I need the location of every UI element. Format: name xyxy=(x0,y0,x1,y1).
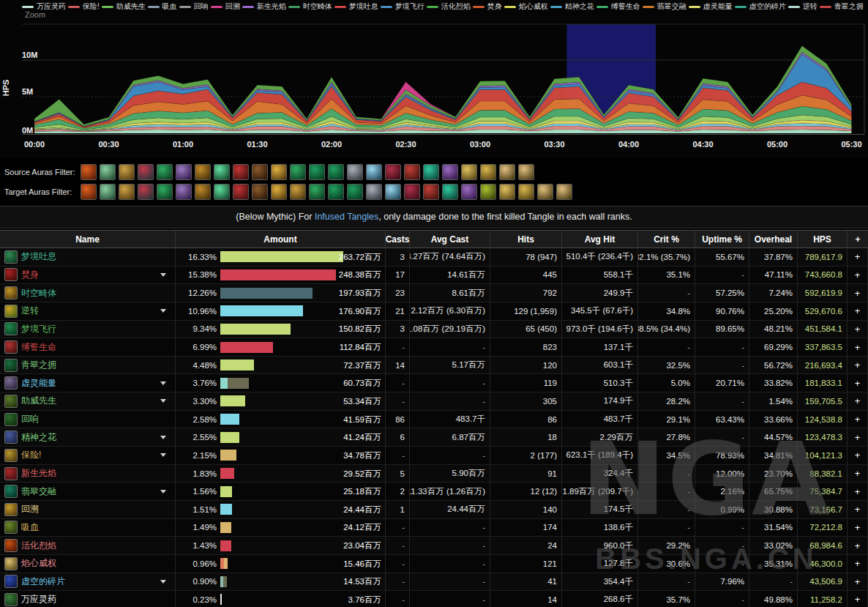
legend-item[interactable]: 焰心威权 xyxy=(504,1,548,12)
red-feather-icon[interactable] xyxy=(233,184,249,200)
teal-beam-icon[interactable] xyxy=(442,184,458,200)
expand-plus-button[interactable]: + xyxy=(855,576,861,587)
ability-name-link[interactable]: 梦境飞行 xyxy=(21,323,56,335)
expand-caret-icon[interactable] xyxy=(160,273,166,277)
expand-plus-button[interactable]: + xyxy=(855,540,861,551)
fire-icon[interactable] xyxy=(81,164,97,180)
scroll-icon[interactable] xyxy=(119,164,135,180)
legend-item[interactable]: 青翠之拥 xyxy=(820,1,864,12)
expand-plus-button[interactable]: + xyxy=(855,395,861,406)
legend-item[interactable]: 回响 xyxy=(179,1,209,12)
gold-ring-icon[interactable] xyxy=(480,164,496,180)
ability-name-link[interactable]: 虚灵能量 xyxy=(21,377,56,390)
expand-plus-button[interactable]: + xyxy=(855,558,861,569)
expand-plus-button[interactable]: + xyxy=(855,378,861,389)
expand-caret-icon[interactable] xyxy=(160,580,166,584)
expand-caret-icon[interactable] xyxy=(160,399,166,403)
legend-item[interactable]: 精神之花 xyxy=(550,1,594,12)
fire-icon[interactable] xyxy=(81,184,97,200)
silver-blades-icon[interactable] xyxy=(347,164,363,180)
ability-name-link[interactable]: 时空畸体 xyxy=(21,287,56,299)
green-claw-icon[interactable] xyxy=(290,164,306,180)
red-dragon-icon[interactable] xyxy=(423,184,439,200)
ability-name-link[interactable]: 助威先生 xyxy=(21,395,56,407)
expand-plus-button[interactable]: + xyxy=(855,342,861,353)
ability-name-link[interactable]: 逆转 xyxy=(21,305,39,317)
teal-beam-icon[interactable] xyxy=(423,164,439,180)
gold-claws-icon[interactable] xyxy=(290,184,306,200)
ability-name-link[interactable]: 焚身 xyxy=(21,269,39,281)
expand-plus-button[interactable]: + xyxy=(855,288,861,299)
ability-name-link[interactable]: 新生光焰 xyxy=(21,467,56,480)
green-claw-icon[interactable] xyxy=(157,184,173,200)
blue-spark-icon[interactable] xyxy=(366,164,382,180)
ability-name-link[interactable]: 梦境吐息 xyxy=(21,250,56,263)
ability-name-link[interactable]: 回溯 xyxy=(21,503,39,515)
expand-plus-button[interactable]: + xyxy=(855,432,861,443)
ability-name-link[interactable]: 保险! xyxy=(21,449,41,461)
legend-item[interactable]: 逆转 xyxy=(788,1,818,12)
legend-item[interactable]: 吸血 xyxy=(148,1,177,12)
dark-figure-icon[interactable] xyxy=(252,184,268,200)
ability-name-link[interactable]: 回响 xyxy=(21,413,39,425)
expand-plus-button[interactable]: + xyxy=(855,594,861,605)
legend-item[interactable]: 焚身 xyxy=(473,1,502,12)
green-blade-icon[interactable] xyxy=(309,164,325,180)
purple-cage-icon[interactable] xyxy=(461,184,477,200)
gold-ring-icon[interactable] xyxy=(499,184,515,200)
expand-plus-button[interactable]: + xyxy=(855,486,861,497)
legend-item[interactable]: 缚誓生命 xyxy=(596,1,640,12)
red-fangs-icon[interactable] xyxy=(385,164,401,180)
legend-item[interactable]: 梦境飞行 xyxy=(381,1,424,12)
green-blade-icon[interactable] xyxy=(347,184,363,200)
red-dragon-icon[interactable] xyxy=(404,164,420,180)
legend-item[interactable]: 翡翠交融 xyxy=(643,1,686,12)
gold-orb-icon[interactable] xyxy=(271,184,287,200)
purple-cage-icon[interactable] xyxy=(176,164,192,180)
expand-plus-button[interactable]: + xyxy=(855,504,861,515)
green-star-icon[interactable] xyxy=(214,164,230,180)
column-header-overheal[interactable]: Overheal xyxy=(749,231,798,247)
purple-cage-icon[interactable] xyxy=(176,184,192,200)
leaf-icon[interactable] xyxy=(100,164,116,180)
expand-plus-button[interactable]: + xyxy=(855,324,861,335)
gold-trio-icon[interactable] xyxy=(556,184,572,200)
ability-name-link[interactable]: 青翠之拥 xyxy=(21,359,56,371)
column-header-casts[interactable]: Casts xyxy=(386,231,410,247)
legend-item[interactable]: 助威先生 xyxy=(102,1,146,12)
expand-plus-button[interactable]: + xyxy=(855,522,861,533)
column-header-hps[interactable]: HPS xyxy=(798,231,848,247)
ability-name-link[interactable]: 缚誓生命 xyxy=(21,341,56,354)
leaf-icon[interactable] xyxy=(100,184,116,200)
hps-stacked-area-chart[interactable]: 00:0000:3001:0001:3002:0002:3003:0003:30… xyxy=(0,0,868,158)
gold-orb-icon[interactable] xyxy=(271,164,287,180)
column-header-amount[interactable]: Amount xyxy=(176,231,386,247)
rose-icon[interactable] xyxy=(138,164,154,180)
expand-caret-icon[interactable] xyxy=(160,490,166,494)
expand-caret-icon[interactable] xyxy=(160,436,166,439)
expand-caret-icon[interactable] xyxy=(160,381,166,385)
legend-item[interactable]: 虚灵能量 xyxy=(689,1,733,12)
scroll-icon[interactable] xyxy=(119,184,135,200)
gold-ring-icon[interactable] xyxy=(518,184,534,200)
gold-trio-icon[interactable] xyxy=(518,164,534,180)
legend-item[interactable]: 新生光焰 xyxy=(242,1,286,12)
ability-name-link[interactable]: 精神之花 xyxy=(21,431,56,444)
blue-spark-icon[interactable] xyxy=(385,184,401,200)
expand-plus-button[interactable]: + xyxy=(855,269,861,280)
rose-icon[interactable] xyxy=(138,184,154,200)
gold-chevron-icon[interactable] xyxy=(195,164,211,180)
column-header-name[interactable]: Name xyxy=(0,231,176,247)
legend-item[interactable]: 回溯 xyxy=(211,1,240,12)
ability-name-link[interactable]: 活化烈焰 xyxy=(21,540,56,552)
green-blade-icon[interactable] xyxy=(328,184,344,200)
expand-plus-button[interactable]: + xyxy=(855,305,861,316)
ability-name-link[interactable]: 吸血 xyxy=(21,521,39,534)
column-header-avghit[interactable]: Avg Hit xyxy=(562,231,638,247)
gold-ring-icon[interactable] xyxy=(461,164,477,180)
green-claw-icon[interactable] xyxy=(309,184,325,200)
infused-tangles-link[interactable]: Infused Tangles xyxy=(315,212,378,222)
expand-plus-button[interactable]: + xyxy=(855,468,861,479)
legend-item[interactable]: 时空畸体 xyxy=(288,1,332,12)
legend-item[interactable]: 活化烈焰 xyxy=(427,1,471,12)
